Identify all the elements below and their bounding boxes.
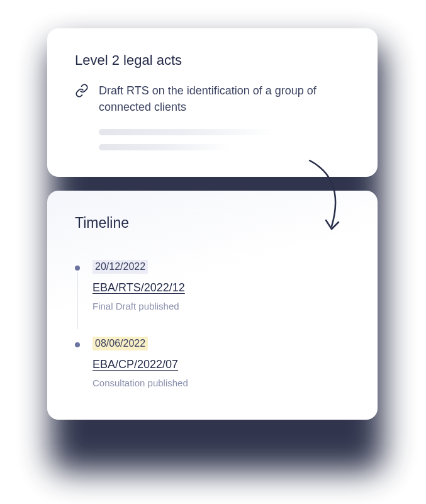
link-icon bbox=[75, 84, 89, 98]
timeline-doc-ref[interactable]: EBA/CP/2022/07 bbox=[92, 358, 350, 371]
timeline-item: 20/12/2022EBA/RTS/2022/12Final Draft pub… bbox=[75, 260, 350, 311]
skeleton-line bbox=[99, 144, 231, 150]
timeline-status: Final Draft published bbox=[92, 301, 350, 311]
legal-acts-title: Level 2 legal acts bbox=[75, 52, 350, 69]
legal-act-link-text: Draft RTS on the identification of a gro… bbox=[99, 82, 350, 115]
timeline-dot-icon bbox=[75, 342, 80, 347]
timeline-date-badge: 20/12/2022 bbox=[92, 260, 148, 274]
skeleton-placeholder bbox=[75, 129, 350, 150]
legal-acts-card: Level 2 legal acts Draft RTS on the iden… bbox=[47, 28, 378, 177]
timeline-list: 20/12/2022EBA/RTS/2022/12Final Draft pub… bbox=[75, 260, 350, 388]
connector-arrow-icon bbox=[300, 157, 357, 239]
timeline-dot-icon bbox=[75, 266, 80, 271]
timeline-item: 08/06/2022EBA/CP/2022/07Consultation pub… bbox=[75, 337, 350, 388]
timeline-connector bbox=[77, 272, 78, 329]
skeleton-line bbox=[99, 129, 275, 135]
legal-act-link-row[interactable]: Draft RTS on the identification of a gro… bbox=[75, 82, 350, 115]
timeline-date-badge: 08/06/2022 bbox=[92, 337, 148, 350]
timeline-status: Consultation published bbox=[92, 378, 350, 388]
timeline-doc-ref[interactable]: EBA/RTS/2022/12 bbox=[92, 281, 350, 294]
